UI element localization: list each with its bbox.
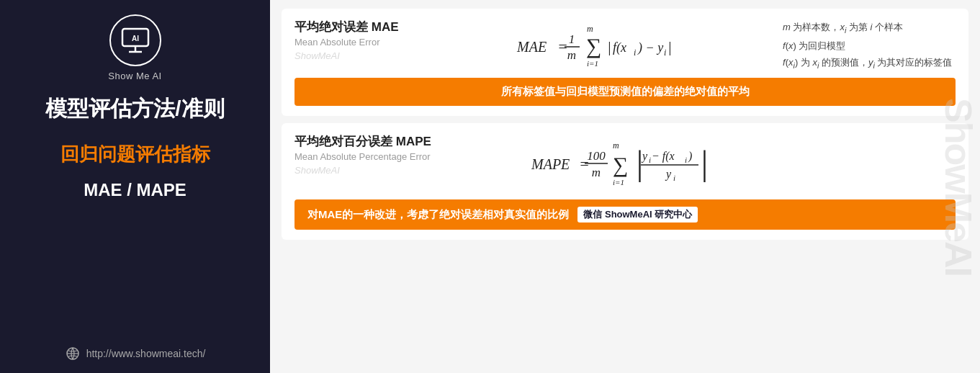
mae-title-en: Mean Absolute Error	[295, 37, 439, 48]
svg-text:i=1: i=1	[587, 59, 598, 68]
svg-text:100: 100	[587, 149, 606, 163]
mae-header: 平均绝对误差 MAE Mean Absolute Error ShowMeAI …	[295, 19, 956, 75]
svg-text:∑: ∑	[613, 153, 628, 177]
mae-left: 平均绝对误差 MAE Mean Absolute Error ShowMeAI	[295, 19, 439, 61]
mae-note-2: f(x) 为回归模型	[783, 37, 956, 54]
svg-text:) − y: ) − y	[637, 40, 663, 55]
mae-watermark: ShowMeAI	[295, 50, 439, 61]
mape-header: 平均绝对百分误差 MAPE Mean Absolute Percentage E…	[295, 133, 956, 197]
logo-text: Show Me AI	[108, 71, 161, 81]
svg-text:m: m	[613, 140, 619, 150]
svg-text:y: y	[641, 150, 648, 163]
mape-title-cn: 平均绝对百分误差 MAPE	[295, 133, 439, 150]
svg-text:i=1: i=1	[613, 178, 624, 186]
mape-title-en: Mean Absolute Percentage Error	[295, 151, 439, 162]
svg-text:∑: ∑	[586, 34, 601, 58]
mape-formula-svg: MAPE = 100 m ∑ m i=1 | y i − f(x i	[531, 136, 747, 194]
svg-text:MAPE: MAPE	[531, 156, 570, 172]
mape-formula: MAPE = 100 m ∑ m i=1 | y i − f(x i	[453, 133, 826, 197]
sidebar: AI Show Me AI 模型评估方法/准则 回归问题评估指标 MAE / M…	[0, 0, 270, 373]
svg-text:i: i	[649, 156, 651, 164]
svg-text:|: |	[699, 144, 709, 182]
main-content: ShowMeAI 平均绝对误差 MAE Mean Absolute Error …	[270, 0, 980, 373]
mae-highlight: 所有标签值与回归模型预测值的偏差的绝对值的平均	[295, 78, 956, 106]
mape-card: 平均绝对百分误差 MAPE Mean Absolute Percentage E…	[282, 123, 968, 240]
mae-note-1: m 为样本数，xi 为第 i 个样本	[783, 19, 956, 37]
svg-text:m: m	[587, 24, 593, 34]
svg-text:f(x: f(x	[613, 40, 626, 55]
svg-text:AI: AI	[132, 35, 139, 42]
svg-text:y: y	[665, 168, 672, 181]
main-title: 模型评估方法/准则	[45, 94, 224, 122]
svg-text:|: |	[667, 37, 672, 55]
mape-highlight-main: 对MAE的一种改进，考虑了绝对误差相对真实值的比例	[307, 208, 569, 222]
svg-text:− f(x: − f(x	[652, 150, 675, 163]
mae-notes: m 为样本数，xi 为第 i 个样本 f(x) 为回归模型 f(xi) 为 xi…	[783, 19, 956, 73]
sub-title: 回归问题评估指标	[60, 143, 210, 167]
mae-card: 平均绝对误差 MAE Mean Absolute Error ShowMeAI …	[282, 9, 968, 116]
mape-highlight: 对MAE的一种改进，考虑了绝对误差相对真实值的比例 微信 ShowMeAI 研究…	[295, 199, 956, 230]
website-area[interactable]: http://www.showmeai.tech/	[65, 346, 206, 361]
mae-title-cn: 平均绝对误差 MAE	[295, 19, 439, 35]
svg-text:|: |	[607, 37, 611, 55]
svg-text:i: i	[634, 48, 636, 58]
mape-left: 平均绝对百分误差 MAPE Mean Absolute Percentage E…	[295, 133, 439, 176]
svg-text:m: m	[592, 166, 601, 179]
logo-icon: AI	[118, 23, 153, 58]
mape-watermark: ShowMeAI	[295, 165, 439, 176]
svg-text:i: i	[673, 174, 675, 182]
website-link: http://www.showmeai.tech/	[86, 348, 206, 359]
svg-text:i: i	[685, 156, 687, 164]
mape-highlight-suffix: 微信 ShowMeAI 研究中心	[577, 207, 698, 223]
logo-circle: AI	[109, 14, 161, 66]
svg-text:MAE: MAE	[516, 39, 547, 55]
svg-text:1: 1	[569, 32, 575, 46]
svg-text:m: m	[567, 48, 576, 62]
mae-formula: MAE = 1 m ∑ m i=1 | f(x i ) − y i	[453, 19, 768, 75]
svg-text:): )	[688, 150, 692, 163]
metric-label: MAE / MAPE	[84, 180, 186, 200]
mae-formula-svg: MAE = 1 m ∑ m i=1 | f(x i ) − y i	[517, 22, 704, 72]
website-icon	[65, 346, 81, 361]
logo-area: AI Show Me AI	[108, 14, 161, 81]
svg-text:i: i	[664, 48, 666, 58]
mae-note-3: f(xi) 为 xi 的预测值，yi 为其对应的标签值	[783, 54, 956, 73]
